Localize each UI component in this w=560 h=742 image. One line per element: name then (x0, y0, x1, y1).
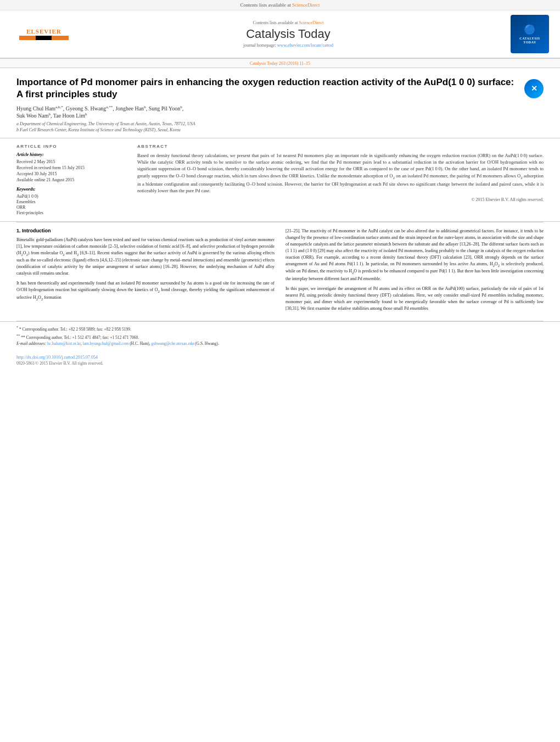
footnote-star1: * * Corresponding author. Tel.: +82 2 95… (16, 325, 544, 332)
email1-note: (H.C. Ham), (130, 341, 150, 346)
right-paragraph-2: In this paper, we investigate the arrang… (285, 286, 544, 312)
accepted-date: Accepted 30 July 2015 (16, 171, 126, 176)
issue-text: Catalysis Today 263 (2016) 11–15 (250, 61, 310, 66)
journal-center-info: Contents lists available at ScienceDirec… (77, 20, 500, 48)
issn-line: 0920-5861/© 2015 Elsevier B.V. All right… (16, 361, 544, 366)
email3-note: (G.S. Hwang). (195, 341, 219, 346)
authors: Hyung Chul Hama,b,*, Gyeong S. Hwanga,**… (16, 105, 544, 119)
email-link-3[interactable]: gshwang@che.utexas.edu (152, 341, 194, 346)
footnote-star2: ** ** Corresponding author. Tel.: +1 512… (16, 333, 544, 340)
title-row: Importance of Pd monomer pairs in enhanc… (16, 76, 544, 101)
article-info-column: article info Article history: Received 2… (16, 144, 126, 216)
homepage-url[interactable]: www.elsevier.com/locate/cattod (277, 43, 333, 48)
contents-line: Contents lists available at ScienceDirec… (77, 20, 500, 25)
affiliation-a: a Department of Chemical Engineering, Th… (16, 121, 544, 126)
keywords-label: Keywords: (16, 187, 126, 192)
abstract-label: abstract (137, 144, 544, 149)
email-link-2[interactable]: lam.hyungchul@gmail.com (83, 341, 129, 346)
left-main-column: 1. Introduction Bimetallic gold-palladiu… (16, 228, 275, 315)
issue-line: Catalysis Today 263 (2016) 11–15 (0, 59, 560, 68)
badge-icon: 🔵 (524, 24, 536, 36)
abstract-text: Based on density functional theory calcu… (137, 152, 544, 194)
intro-paragraph-2: It has been theoretically and experiment… (16, 280, 275, 302)
bottom-links: http://dx.doi.org/10.1016/j.cattod.2015.… (0, 351, 560, 369)
keyword-2: ORR (16, 205, 126, 210)
sciencedirect-label: Contents lists available at ScienceDirec… (240, 2, 320, 8)
abstract-column: abstract Based on density functional the… (137, 144, 544, 216)
right-main-column: [21–25]. The reactivity of Pd monomer in… (285, 228, 544, 315)
received-date: Received 2 May 2015 (16, 159, 126, 164)
article-title: Importance of Pd monomer pairs in enhanc… (16, 76, 519, 101)
affiliation-b: b Fuel Cell Research Center, Korea Insti… (16, 127, 544, 132)
article-history: Article history: Received 2 May 2015 Rec… (16, 152, 126, 182)
section-num: 1. (16, 228, 21, 233)
footnote-emails: E-mail addresses: hc.halum@kist.re.kr, l… (16, 341, 544, 346)
main-content: 1. Introduction Bimetallic gold-palladiu… (0, 222, 560, 321)
affiliations: a Department of Chemical Engineering, Th… (16, 121, 544, 132)
email-label: E-mail addresses: (16, 341, 46, 346)
email-link-1[interactable]: hc.halum@kist.re.kr (47, 341, 81, 346)
catalysis-badge-area: 🔵 CATALYSISTODAY (500, 15, 549, 53)
journal-header: ELSEVIER Contents lists available at Sci… (0, 10, 560, 59)
article-header: Importance of Pd monomer pairs in enhanc… (0, 68, 560, 138)
doi-link[interactable]: http://dx.doi.org/10.1016/j.cattod.2015.… (16, 355, 98, 360)
keyword-1: Ensembles (16, 199, 126, 204)
right-paragraph-1: [21–25]. The reactivity of Pd monomer in… (285, 228, 544, 282)
badge-label: CATALYSISTODAY (519, 37, 540, 44)
section-title: Introduction (22, 228, 51, 233)
intro-paragraph-1: Bimetallic gold-palladium (AuPd) catalys… (16, 237, 275, 277)
intro-heading: 1. Introduction (16, 228, 275, 233)
sciencedirect-link[interactable]: ScienceDirect (292, 2, 320, 8)
article-info-abstract-section: article info Article history: Received 2… (0, 138, 560, 222)
elsevier-wordmark: ELSEVIER (26, 28, 61, 35)
sciencedirect-ref: ScienceDirect (299, 20, 324, 25)
footnotes-section: * * Corresponding author. Tel.: +82 2 95… (0, 321, 560, 351)
keyword-0: AuPd(1 0 0) (16, 194, 126, 199)
received-revised-date: Received in revised form 15 July 2015 (16, 165, 126, 170)
homepage-line: journal homepage: www.elsevier.com/locat… (77, 43, 500, 48)
catalysis-badge: 🔵 CATALYSISTODAY (511, 15, 549, 53)
copyright-line: © 2015 Elsevier B.V. All rights reserved… (137, 197, 544, 202)
keyword-3: First-principles (16, 210, 126, 215)
top-banner: Contents lists available at ScienceDirec… (0, 0, 560, 10)
journal-title: Catalysis Today (77, 27, 500, 41)
crossmark-badge[interactable]: ✕ (524, 79, 544, 98)
history-label: Article history: (16, 152, 126, 157)
available-date: Available online 21 August 2015 (16, 177, 126, 182)
found-text: found (96, 281, 107, 286)
elsevier-logo-area: ELSEVIER (11, 28, 77, 40)
crossmark-icon: ✕ (524, 79, 544, 98)
elsevier-stripe (19, 36, 69, 40)
article-info-label: article info (16, 144, 126, 149)
